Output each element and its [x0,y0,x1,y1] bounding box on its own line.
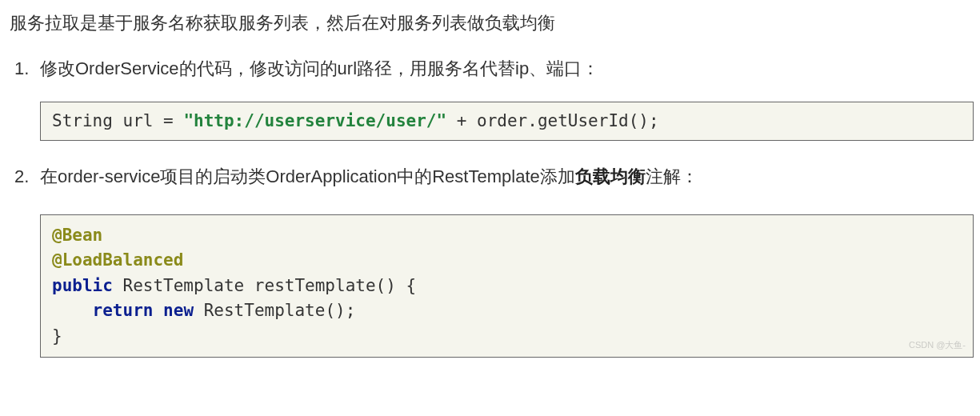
code-plain: RestTemplate(); [194,301,355,320]
code-keyword: public [52,276,113,295]
code-block-2: @Bean @LoadBalanced public RestTemplate … [40,214,974,358]
step-1-text: 修改OrderService的代码，修改访问的url路径，用服务名代替ip、端口… [40,58,599,78]
step-1-number: 1. [14,54,29,83]
step-2: 2. 在order-service项目的启动类OrderApplication中… [40,162,974,358]
step-2-number: 2. [14,162,29,191]
code-keyword: new [163,301,194,320]
code-block-1: String url = "http://userservice/user/" … [40,102,974,142]
step-1: 1. 修改OrderService的代码，修改访问的url路径，用服务名代替ip… [40,54,974,141]
step-2-text-post: 注解： [646,166,698,186]
watermark-text: CSDN @大鱼- [909,338,966,353]
code-plain: } [52,326,62,346]
code-plain: String url = [52,111,183,130]
code-plain: RestTemplate restTemplate() { [113,276,416,295]
code-string-literal: "http://userservice/user/" [183,111,446,130]
code-keyword: return [93,301,154,320]
code-plain: + order.getUserId(); [446,111,659,130]
intro-paragraph: 服务拉取是基于服务名称获取服务列表，然后在对服务列表做负载均衡 [10,8,974,38]
code-annotation: @LoadBalanced [52,250,183,270]
code-annotation: @Bean [52,226,102,245]
code-indent [52,301,93,320]
code-space [153,301,163,320]
step-2-text-pre: 在order-service项目的启动类OrderApplication中的Re… [40,166,575,186]
step-2-text-bold: 负载均衡 [575,166,646,186]
